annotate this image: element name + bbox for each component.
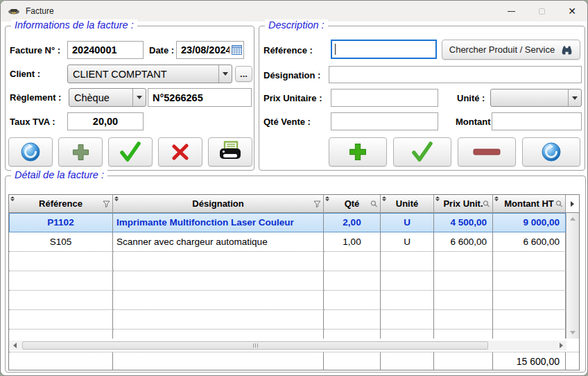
validate-line-button[interactable]	[393, 137, 451, 166]
window-title: Facture	[26, 6, 54, 16]
client-label: Client :	[10, 69, 40, 79]
scroll-up-icon[interactable]	[570, 217, 576, 221]
unite-combobox[interactable]	[490, 89, 582, 107]
filter-icon[interactable]	[313, 200, 321, 207]
column-search-icon[interactable]	[370, 200, 378, 207]
total-cell	[434, 352, 493, 370]
calendar-icon[interactable]	[232, 44, 242, 55]
cell-prix-unit: 6 600,00	[434, 232, 493, 252]
informations-legend: Informations de la facture :	[11, 19, 137, 31]
reglement-combobox-value: Chèque	[69, 92, 132, 103]
chevron-down-icon	[572, 96, 578, 100]
add-line-button[interactable]	[329, 137, 387, 166]
tva-label: Taux TVA :	[10, 117, 55, 127]
validate-facture-button[interactable]	[108, 137, 153, 166]
binoculars-icon	[561, 45, 573, 55]
table-row-empty[interactable]	[9, 271, 566, 291]
remove-line-icon	[473, 148, 501, 155]
sort-icon	[10, 196, 15, 201]
table-row-empty[interactable]	[9, 330, 566, 339]
column-header-unite[interactable]: Unité	[381, 195, 434, 213]
column-header-designation[interactable]: Désignation	[113, 195, 324, 213]
cell-unite: U	[381, 232, 434, 252]
table-totals-row: 15 600,00	[9, 352, 579, 370]
column-search-icon[interactable]	[555, 200, 563, 207]
reglement-combobox[interactable]: Chèque	[69, 88, 146, 107]
cell-reference: S105	[9, 232, 113, 252]
print-facture-button[interactable]	[208, 137, 252, 166]
column-header-label: Unité	[396, 198, 419, 209]
chevron-right-icon	[571, 201, 574, 207]
maximize-button[interactable]	[526, 1, 557, 22]
cell-qte: 2,00	[324, 213, 381, 232]
minimize-icon	[508, 11, 515, 12]
validate-line-check-icon	[410, 142, 434, 162]
minimize-button[interactable]	[496, 1, 526, 22]
client-browse-label: ...	[240, 69, 248, 79]
text-caret	[335, 44, 336, 55]
horizontal-scrollbar-thumb[interactable]	[22, 341, 488, 350]
prix-unitaire-field[interactable]	[331, 89, 438, 107]
designation-field[interactable]	[329, 66, 582, 83]
facture-lines-table: Référence Désignation Qté	[8, 194, 580, 370]
description-legend: Description :	[265, 19, 328, 31]
unite-combobox-dropdown[interactable]	[568, 89, 581, 106]
qte-vente-field[interactable]	[331, 112, 438, 130]
facture-no-field[interactable]	[67, 41, 144, 59]
informations-group: Informations de la facture : Facture N° …	[5, 26, 254, 171]
prix-unitaire-label: Prix Unitaire :	[263, 93, 322, 103]
refresh-line-button[interactable]	[522, 137, 580, 166]
total-cell	[9, 352, 113, 370]
add-line-icon	[348, 142, 368, 162]
cell-reference: P1102	[9, 213, 113, 232]
cancel-facture-button[interactable]	[158, 137, 202, 166]
refresh-facture-button[interactable]	[8, 137, 53, 166]
cell-montant-ht: 6 600,00	[493, 232, 566, 252]
app-printer-icon	[8, 6, 20, 16]
reglement-combobox-dropdown[interactable]	[132, 89, 146, 106]
total-cell	[381, 352, 434, 370]
table-row-selected[interactable]: P1102 Imprimante Multifonction Laser Cou…	[9, 213, 566, 232]
column-header-reference[interactable]: Référence	[9, 195, 113, 213]
table-row-empty[interactable]	[9, 252, 566, 271]
reglement-label: Règlement :	[10, 92, 61, 103]
close-icon: ✕	[568, 6, 576, 16]
tva-field[interactable]	[67, 112, 144, 130]
scroll-right-button[interactable]	[555, 341, 567, 350]
client-combobox-dropdown[interactable]	[218, 65, 232, 83]
vertical-scrollbar[interactable]	[566, 213, 579, 339]
client-combobox[interactable]: CLIENT COMPTANT	[67, 65, 232, 83]
table-row-empty[interactable]	[9, 291, 566, 310]
montant-field[interactable]	[492, 112, 582, 130]
column-header-prix-unit[interactable]: Prix Unit.	[434, 195, 493, 213]
reglement-ref-field[interactable]	[148, 88, 252, 107]
add-facture-button[interactable]	[58, 137, 103, 166]
detail-group: Détail de la facture : Référence Désigna…	[5, 176, 586, 373]
column-search-icon[interactable]	[483, 200, 490, 207]
filter-icon[interactable]	[103, 200, 110, 207]
cell-unite: U	[381, 213, 434, 232]
cell-qte: 1,00	[324, 232, 381, 252]
column-header-montant-ht[interactable]: Montant HT	[493, 195, 566, 213]
table-row-empty[interactable]	[9, 310, 566, 330]
search-product-button[interactable]: Chercher Produit / Service	[442, 40, 580, 60]
column-header-label: Référence	[39, 198, 83, 209]
maximize-icon	[539, 8, 545, 15]
reference-field[interactable]	[331, 40, 437, 59]
client-browse-button[interactable]: ...	[235, 66, 252, 82]
chevron-down-icon	[137, 96, 142, 99]
scroll-left-button[interactable]	[9, 341, 20, 350]
chevron-down-icon	[223, 72, 228, 76]
horizontal-scrollbar[interactable]	[9, 341, 567, 350]
column-header-qte[interactable]: Qté	[324, 195, 381, 213]
scroll-down-icon[interactable]	[570, 331, 576, 334]
remove-line-button[interactable]	[458, 137, 516, 166]
cell-montant-ht: 9 000,00	[493, 213, 566, 232]
table-row[interactable]: S105 Scanner avec chargeur automatique 1…	[9, 232, 566, 252]
detail-legend: Détail de la facture :	[11, 169, 107, 180]
title-bar[interactable]: Facture ✕	[1, 1, 587, 22]
table-corner-button	[566, 195, 579, 213]
close-button[interactable]: ✕	[557, 1, 587, 22]
column-header-label: Qté	[345, 198, 360, 209]
total-ht-value: 15 600,00	[493, 352, 566, 370]
